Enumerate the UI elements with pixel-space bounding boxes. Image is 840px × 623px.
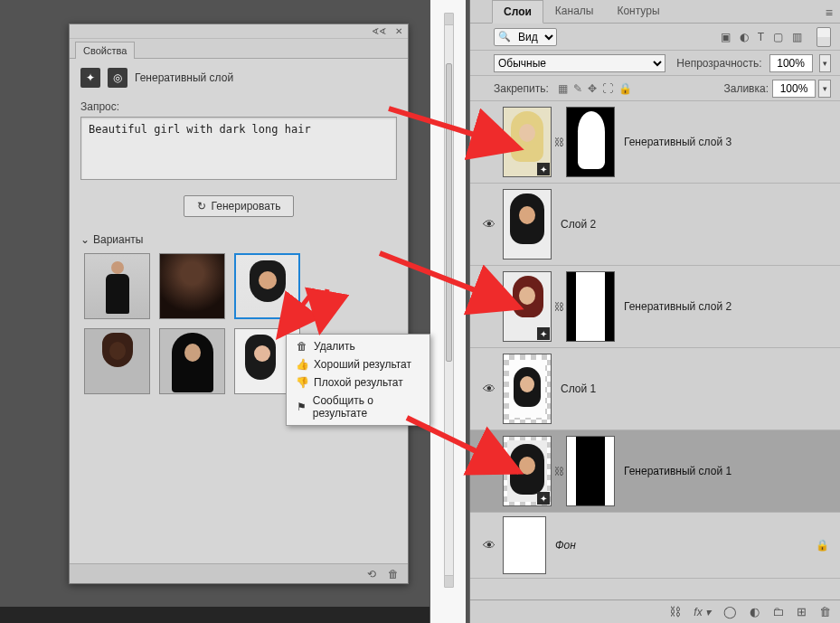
opacity-dropdown-icon[interactable]: ▾ [819,54,831,72]
layers-lock-bar: Закрепить: ▦ ✎ ✥ ⛶ 🔒 Заливка: ▾ [470,76,840,101]
lock-brush-icon[interactable]: ✎ [573,82,582,95]
layer-mask-thumb[interactable] [566,271,615,342]
link-mask-icon[interactable]: ⛓ [552,137,566,147]
layers-blend-bar: Обычные Непрозрачность: ▾ [470,51,840,76]
layer-thumb[interactable] [503,107,552,177]
generate-button-label: Генерировать [212,200,281,212]
link-mask-icon[interactable]: ⛓ [552,466,566,477]
chevron-down-icon: ⌄ [80,233,90,246]
link-mask-icon[interactable]: ⛓ [552,301,566,312]
visibility-icon[interactable]: 👁 [476,464,503,478]
layer-name[interactable]: Генеративный слой 2 [624,300,731,313]
panel-menu-icon[interactable]: ≡ [826,5,833,20]
tab-properties[interactable]: Свойства [75,42,135,59]
reset-icon[interactable]: ⟲ [364,567,379,581]
generative-layer-title: Генеративный слой [135,71,233,84]
properties-tabbar: Свойства [70,39,408,59]
layer-mask-thumb[interactable] [566,107,615,177]
refresh-icon: ↻ [197,200,206,212]
lock-icon[interactable]: 🔒 [816,539,833,552]
variants-title: Варианты [93,233,143,246]
ctx-bad-label: Плохой результат [314,376,403,389]
variant-thumb-1[interactable] [84,253,150,319]
tab-paths[interactable]: Контуры [605,0,671,23]
variant-thumb-4[interactable] [84,328,150,394]
tab-channels[interactable]: Каналы [543,0,606,23]
fx-icon[interactable]: fx ▾ [694,606,711,618]
filter-adjust-icon[interactable]: ◐ [740,31,749,43]
ctx-good[interactable]: 👍 Хороший результат [287,355,429,373]
trash-icon[interactable]: 🗑 [386,567,401,581]
variant-context-menu: 🗑 Удалить 👍 Хороший результат 👎 Плохой р… [286,334,430,426]
ctx-delete[interactable]: 🗑 Удалить [287,337,429,355]
generative-icon: ◎ [108,68,127,88]
properties-titlebar: ∢∢ ✕ [70,24,408,39]
variant-thumb-2[interactable] [159,253,225,319]
lock-artboard-icon[interactable]: ⛶ [602,82,613,95]
filter-image-icon[interactable]: ▣ [721,31,731,43]
thumbs-down-icon: 👎 [296,376,308,389]
layer-row-2[interactable]: 👁 Слой 2 [470,184,840,266]
layer-thumb[interactable] [503,436,552,506]
statusbar-placeholder [0,607,429,623]
group-icon[interactable]: 🗀 [772,605,784,618]
variants-header[interactable]: ⌄ Варианты [80,233,397,246]
visibility-icon[interactable]: 👁 [476,217,503,231]
ctx-delete-label: Удалить [314,340,355,353]
layer-row-gen3[interactable]: 👁 ⛓ Генеративный слой 3 [470,101,840,184]
visibility-icon[interactable]: 👁 [476,538,503,552]
layer-name[interactable]: Генеративный слой 3 [624,136,731,148]
ctx-report[interactable]: ⚑ Сообщить о результате [287,392,429,422]
filter-text-icon[interactable]: T [758,31,764,43]
ctx-bad[interactable]: 👎 Плохой результат [287,373,429,392]
new-layer-icon[interactable]: ⊞ [797,605,807,618]
prompt-input[interactable] [80,117,397,180]
mask-icon[interactable]: ◯ [723,605,737,618]
layer-name[interactable]: Слой 1 [561,382,596,395]
close-icon[interactable]: ✕ [395,26,402,36]
lock-move-icon[interactable]: ✥ [588,82,597,95]
layers-panel: Слои Каналы Контуры ≡ 🔍 Вид ▣ ◐ T ▢ ▥ Об… [469,0,840,623]
delete-layer-icon[interactable]: 🗑 [819,605,831,618]
vertical-scrollbar-thumb[interactable] [446,63,452,362]
filter-toggle[interactable] [816,27,831,47]
collapse-icon[interactable]: ∢∢ [372,26,386,36]
variant-thumb-5[interactable] [159,328,225,394]
ctx-good-label: Хороший результат [314,358,411,371]
fill-input[interactable] [772,80,816,98]
lock-pixels-icon[interactable]: ▦ [558,82,568,95]
layer-filter-select[interactable]: Вид [514,29,556,45]
layer-filter-type[interactable]: 🔍 Вид [494,28,557,46]
layers-list: 👁 ⛓ Генеративный слой 3 👁 Слой 2 👁 ⛓ Ген… [470,101,840,599]
link-icon[interactable]: ⛓ [669,605,681,618]
layer-row-bg[interactable]: 👁 Фон 🔒 [470,513,840,579]
blend-mode-select[interactable]: Обычные [494,54,665,72]
layer-row-gen1[interactable]: 👁 ⛓ Генеративный слой 1 [470,430,840,513]
visibility-icon[interactable]: 👁 [476,135,503,149]
visibility-icon[interactable]: 👁 [476,382,503,396]
layer-thumb[interactable] [503,189,552,260]
adjustment-icon: ✦ [80,68,100,88]
lock-label: Закрепить: [494,82,549,95]
visibility-icon[interactable]: 👁 [476,299,503,314]
layer-name[interactable]: Фон [555,539,576,552]
generate-button[interactable]: ↻ Генерировать [184,195,295,217]
layer-name[interactable]: Слой 2 [561,218,596,231]
lock-all-icon[interactable]: 🔒 [618,82,632,95]
tab-layers[interactable]: Слои [492,0,543,24]
layer-row-gen2[interactable]: 👁 ⛓ Генеративный слой 2 [470,266,840,348]
layer-thumb[interactable] [503,516,546,574]
fill-dropdown-icon[interactable]: ▾ [818,80,831,98]
layer-row-1[interactable]: 👁 Слой 1 [470,348,840,430]
layer-mask-thumb[interactable] [566,436,615,506]
thumbs-up-icon: 👍 [296,358,308,371]
layer-thumb[interactable] [503,354,552,424]
variant-thumb-3[interactable] [234,253,300,319]
layer-thumb[interactable] [503,271,552,342]
properties-panel: ∢∢ ✕ Свойства ✦ ◎ Генеративный слой Запр… [69,24,409,584]
layer-name[interactable]: Генеративный слой 1 [624,465,731,477]
filter-smart-icon[interactable]: ▥ [792,31,802,43]
adjustment-layer-icon[interactable]: ◐ [750,605,760,618]
filter-shape-icon[interactable]: ▢ [773,31,783,43]
opacity-input[interactable] [769,54,813,72]
